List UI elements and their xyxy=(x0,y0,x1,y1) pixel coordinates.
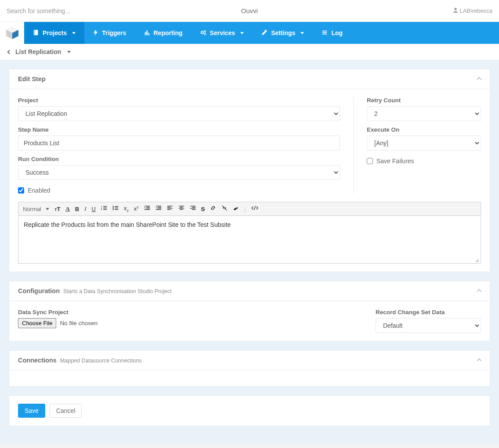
step-name-input[interactable] xyxy=(18,136,340,151)
run-condition-label: Run Condition xyxy=(18,156,340,162)
chevron-down-icon xyxy=(46,208,49,210)
chevron-down-icon xyxy=(67,51,71,53)
breadcrumb[interactable]: List Replication xyxy=(0,44,499,60)
project-label: Project xyxy=(18,97,340,104)
panel-heading: Edit Step xyxy=(9,69,490,89)
svg-text:3: 3 xyxy=(101,208,102,211)
chevron-up-icon xyxy=(477,289,481,294)
cogs-icon xyxy=(200,29,206,37)
svg-point-4 xyxy=(201,31,203,33)
user-label: LAB\rebecca xyxy=(460,7,492,14)
link-icon[interactable] xyxy=(210,205,216,213)
save-failures-label: Save Failures xyxy=(376,158,414,165)
panel-subtitle: Mapped Datasource Connections xyxy=(60,358,142,364)
unlink-icon[interactable] xyxy=(221,205,228,213)
toolbar-divider: | xyxy=(244,206,246,212)
action-panel: Save Cancel xyxy=(9,395,490,426)
font-size-icon[interactable]: TT xyxy=(54,206,60,212)
collapse-toggle[interactable] xyxy=(477,76,481,82)
nav-projects[interactable]: Projects xyxy=(24,22,84,44)
nav-item-label: Services xyxy=(210,29,235,36)
bolt-icon xyxy=(93,29,98,37)
code-view-icon[interactable] xyxy=(251,205,258,213)
chart-icon xyxy=(144,29,150,37)
panel-subtitle: Starts a Data Synchronisation Studio Pro… xyxy=(63,288,172,294)
panel-edit-step: Edit Step Project List Replication Step … xyxy=(9,69,490,272)
enabled-checkbox[interactable] xyxy=(18,187,24,194)
collapse-toggle[interactable] xyxy=(477,288,481,294)
nav-item-label: Projects xyxy=(43,29,67,36)
underline-icon[interactable]: U xyxy=(91,206,95,212)
page-body: Edit Step Project List Replication Step … xyxy=(0,60,499,444)
style-dropdown[interactable]: Normal xyxy=(23,206,49,212)
execute-on-label: Execute On xyxy=(367,126,481,133)
nav-item-label: Settings xyxy=(271,29,295,36)
subscript-icon[interactable]: x2 xyxy=(124,205,129,213)
user-menu[interactable]: LAB\rebecca xyxy=(453,7,492,14)
superscript-icon[interactable]: x2 xyxy=(134,205,139,212)
svg-point-11 xyxy=(112,208,114,209)
cancel-button[interactable]: Cancel xyxy=(50,404,82,418)
retry-count-select[interactable]: 2 xyxy=(367,106,481,121)
nav-reporting[interactable]: Reporting xyxy=(135,22,192,44)
svg-point-6 xyxy=(204,33,206,35)
rich-text-editor: Normal TT A B I U 123 x xyxy=(18,202,481,264)
nav-item-label: Triggers xyxy=(102,29,126,36)
nav-settings[interactable]: Settings xyxy=(253,22,313,44)
panel-configuration: Configuration Starts a Data Synchronisat… xyxy=(9,281,490,341)
record-change-set-select[interactable]: Default xyxy=(376,318,481,333)
file-status: No file chosen xyxy=(60,320,98,326)
logo[interactable] xyxy=(0,22,24,44)
run-condition-select[interactable]: Success xyxy=(18,165,340,180)
wand-icon xyxy=(261,29,268,37)
list-icon xyxy=(322,29,328,37)
ordered-list-icon[interactable]: 123 xyxy=(101,205,107,213)
chevron-up-icon xyxy=(477,358,481,363)
align-center-icon[interactable] xyxy=(178,205,184,213)
editor-content[interactable]: Replicate the Products list from the mai… xyxy=(18,216,481,258)
bold-icon[interactable]: B xyxy=(75,206,79,212)
align-left-icon[interactable] xyxy=(167,205,173,213)
nav-item-label: Log xyxy=(331,29,343,36)
clear-format-icon[interactable] xyxy=(233,205,239,213)
choose-file-button[interactable]: Choose File xyxy=(18,318,56,328)
chevron-down-icon xyxy=(240,32,244,34)
outdent-icon[interactable] xyxy=(144,205,150,213)
search-input[interactable] xyxy=(7,0,138,22)
chevron-left-icon xyxy=(7,50,12,54)
strikethrough-icon[interactable]: S xyxy=(201,206,205,212)
chevron-up-icon xyxy=(477,77,481,82)
align-right-icon[interactable] xyxy=(190,205,196,213)
save-button[interactable]: Save xyxy=(18,404,45,418)
indent-icon[interactable] xyxy=(155,205,162,213)
chevron-down-icon xyxy=(72,32,76,34)
editor-toolbar: Normal TT A B I U 123 x xyxy=(18,202,481,216)
retry-count-label: Retry Count xyxy=(367,97,481,104)
execute-on-select[interactable]: [Any] xyxy=(367,136,481,151)
enabled-label: Enabled xyxy=(28,187,50,194)
resize-handle-icon[interactable]: ◢ xyxy=(18,258,481,263)
record-change-set-label: Record Change Set Data xyxy=(376,309,481,315)
book-icon xyxy=(33,29,39,37)
font-color-icon[interactable]: A xyxy=(65,205,69,212)
nav-services[interactable]: Services xyxy=(192,22,253,44)
italic-icon[interactable]: I xyxy=(84,205,86,212)
panel-title: Edit Step xyxy=(18,75,46,82)
unordered-list-icon[interactable] xyxy=(112,205,119,213)
panel-connections: Connections Mapped Datasource Connection… xyxy=(9,350,490,387)
style-dropdown-label: Normal xyxy=(23,206,41,212)
nav-log[interactable]: Log xyxy=(313,22,351,44)
breadcrumb-label: List Replication xyxy=(15,48,61,55)
collapse-toggle[interactable] xyxy=(477,357,481,364)
user-icon xyxy=(453,7,458,14)
app-logo-icon xyxy=(5,26,19,40)
project-select[interactable]: List Replication xyxy=(18,106,340,121)
panel-title: Configuration xyxy=(18,287,60,294)
nav-triggers[interactable]: Triggers xyxy=(84,22,135,44)
step-name-label: Step Name xyxy=(18,126,340,133)
save-failures-checkbox[interactable] xyxy=(367,158,373,164)
svg-point-5 xyxy=(204,30,206,32)
svg-point-10 xyxy=(112,206,114,207)
svg-point-12 xyxy=(112,209,114,210)
data-sync-project-label: Data Sync Project xyxy=(18,309,98,315)
